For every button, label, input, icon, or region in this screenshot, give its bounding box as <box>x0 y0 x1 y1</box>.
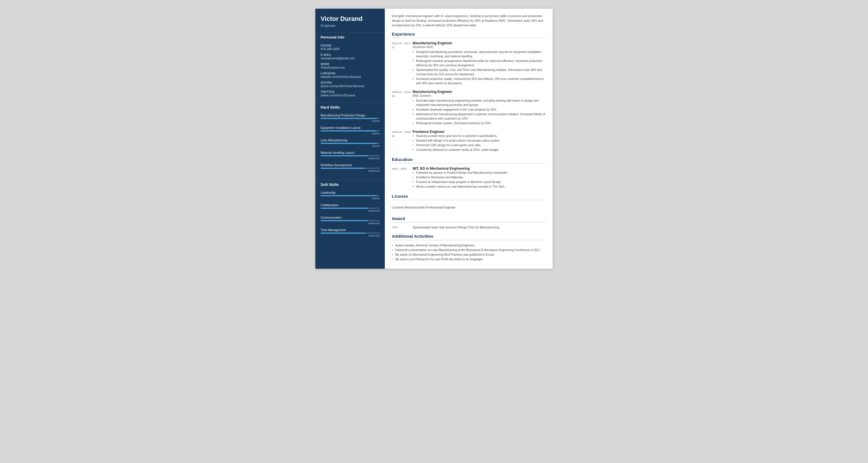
skill-item: Manufacturing Production Design Expert <box>320 114 380 122</box>
skill-item: Lean Manufacturing Expert <box>320 138 380 147</box>
skill-name: Communication <box>320 216 380 219</box>
skill-level: Advanced <box>320 169 380 172</box>
bullet: Executed daily manufacturing engineering… <box>412 98 546 107</box>
info-label: Phone <box>320 44 380 47</box>
hard-skills-heading: Hard Skills <box>315 103 385 111</box>
bullet: Increased employee engagement in the Lea… <box>412 108 546 112</box>
additional-bullet: My article 10 Mechanical Engineering Bes… <box>392 253 546 257</box>
entry-org: Raytheon IADC <box>412 45 546 49</box>
skill-bar-fill <box>320 233 365 234</box>
award-text: Spearheaded team that received Shingo Pr… <box>412 226 546 229</box>
skill-bar-bg <box>320 233 380 234</box>
sidebar-header: Victor Durand Engineer <box>315 9 385 32</box>
education-section: 2004 - 2008 MIT, BS in Mechanical Engine… <box>392 167 546 189</box>
award-entry: 2015 Spearheaded team that received Shin… <box>392 226 546 229</box>
license-text: Licensed Massachusetts Professional Engi… <box>392 203 546 211</box>
skill-bar-fill <box>320 195 377 196</box>
bullet: Redesigned machine arrangements departme… <box>412 59 546 67</box>
info-item: Twitter twitter.com/VictorJDurand <box>320 90 380 97</box>
bullet: Wrote a weekly column on Lean Manufactur… <box>412 184 546 189</box>
entry-content: Manufacturing Engineer BAE Systems Execu… <box>412 90 546 126</box>
skill-level: Advanced <box>320 222 380 225</box>
info-value: 978-289-2658 <box>320 47 380 51</box>
skill-name: Equipment Installation Layout <box>320 126 380 129</box>
skill-bar-fill <box>320 220 368 221</box>
info-value: twitter.com/VictorJDurand <box>320 93 380 97</box>
info-item: E-mail victorjdurand@gmail.com <box>320 53 380 60</box>
skill-bar-bg <box>320 143 380 144</box>
entry: 2009-05 - 2014-06 Manufacturing Engineer… <box>392 90 546 126</box>
personal-info-section: Phone 978-289-2658E-mail victorjdurand@g… <box>315 41 385 103</box>
additional-bullet: Delivered a presentation on Lean Manufac… <box>392 248 546 252</box>
info-value: quora.com/profile/VictorJDurand <box>320 84 380 88</box>
resume-container: Victor Durand Engineer Personal Info Pho… <box>315 9 553 269</box>
additional-bullet: My article Lock Picking for Fun and Prof… <box>392 257 546 261</box>
entry: 2014-06 - 2017-07 Manufacturing Engineer… <box>392 41 546 86</box>
skill-level: Advanced <box>320 157 380 160</box>
entry-bullets: Followed my passion in Product Design an… <box>412 171 546 189</box>
entry-title: Freelance Engineer <box>412 130 546 134</box>
bullet: Administered the manufacturing departmen… <box>412 112 546 121</box>
bullet: Redesigned Kanban system. Decreased inve… <box>412 121 546 125</box>
bullet: Followed my passion in Product Design an… <box>412 171 546 175</box>
entry-org: BAE Systems <box>412 94 546 97</box>
skill-bar-bg <box>320 168 380 169</box>
entry-bullets: Sourced a small motor gear box for a cus… <box>412 134 546 152</box>
info-label: E-mail <box>320 53 380 56</box>
entry-date: 2004 - 2008 <box>392 167 412 189</box>
skill-bar-bg <box>320 155 380 156</box>
experience-section-title: Experience <box>392 32 546 38</box>
hard-skills-section: Manufacturing Production Design Expert E… <box>315 111 385 180</box>
skill-bar-bg <box>320 220 380 221</box>
entry-bullets: Designed manufacturing procedures, proce… <box>412 50 546 85</box>
bullet: Consistently delivered to customer needs… <box>412 148 546 152</box>
skill-level: Advanced <box>320 234 380 237</box>
bullet: Spearheaded the Quality, Cost, and Time … <box>412 68 546 77</box>
skill-bar-fill <box>320 168 365 169</box>
entry-title: MIT, BS in Mechanical Engineering <box>412 167 546 171</box>
skill-bar-fill <box>320 208 368 209</box>
award-section: 2015 Spearheaded team that received Shin… <box>392 226 546 229</box>
skill-name: Leadership <box>320 191 380 194</box>
entry: 2008-06 - 2009-05 Freelance Engineer Sou… <box>392 130 546 152</box>
bullet: Excelled in Mechanics and Materials. <box>412 175 546 179</box>
info-label: WWW <box>320 62 380 66</box>
info-label: Quora <box>320 81 380 84</box>
skill-bar-bg <box>320 130 380 132</box>
skill-bar-fill <box>320 130 377 132</box>
info-item: WWW VictorDurand.com <box>320 62 380 69</box>
entry-date: 2009-05 - 2014-06 <box>392 90 412 126</box>
skill-item: Workflow Development Advanced <box>320 163 380 172</box>
skill-bar-bg <box>320 208 380 209</box>
skill-item: Time Management Advanced <box>320 228 380 237</box>
skill-bar-fill <box>320 118 377 119</box>
candidate-name: Victor Durand <box>320 15 380 23</box>
skill-bar-fill <box>320 155 368 156</box>
bullet: Sourced a small motor gear box for a cus… <box>412 134 546 138</box>
soft-skills-section: Leadership Expert Collaboration Advanced… <box>315 189 385 245</box>
bullet: Increased production quality, measured b… <box>412 77 546 85</box>
skill-bar-bg <box>320 118 380 119</box>
info-label: Twitter <box>320 90 380 93</box>
additional-section: Active member, American Society of Manuf… <box>392 243 546 261</box>
skill-level: Expert <box>320 120 380 122</box>
skill-item: Material Handling Layout Advanced <box>320 151 380 160</box>
info-value: linkedin.com/in/VictorJDurand <box>320 75 380 79</box>
skill-item: Collaboration Advanced <box>320 203 380 212</box>
skill-level: Expert <box>320 197 380 200</box>
skill-name: Workflow Development <box>320 163 380 167</box>
additional-section-title: Additional Activities <box>392 234 546 240</box>
skill-name: Material Handling Layout <box>320 151 380 154</box>
skill-item: Equipment Installation Layout Expert <box>320 126 380 135</box>
info-item: Quora quora.com/profile/VictorJDurand <box>320 81 380 88</box>
award-date: 2015 <box>392 226 412 229</box>
bullet: Designed manufacturing procedures, proce… <box>412 50 546 58</box>
bullet: Assisted with design of a small custom m… <box>412 138 546 143</box>
entry-date: 2008-06 - 2009-05 <box>392 130 412 152</box>
license-section-title: License <box>392 194 546 200</box>
skill-level: Expert <box>320 144 380 147</box>
entry-title: Manufacturing Engineer <box>412 41 546 45</box>
bullet: Pursued an independent study program in … <box>412 180 546 184</box>
soft-skills-heading: Soft Skills <box>315 180 385 189</box>
skill-bar-bg <box>320 195 380 196</box>
